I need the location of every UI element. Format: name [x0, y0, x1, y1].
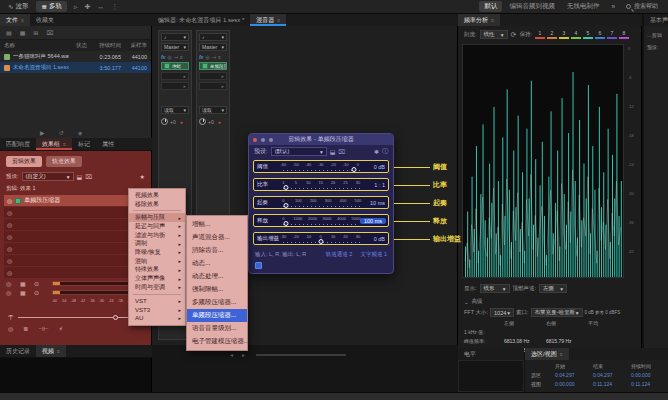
submenu-item-多频段压缩器[interactable]: 多频段压缩器...: [187, 296, 247, 309]
slider-value[interactable]: 0 dB: [362, 236, 388, 242]
save-preset-icon[interactable]: ⬓: [77, 173, 83, 180]
slip-tool-icon[interactable]: ↔: [97, 3, 104, 11]
advanced-chevron-icon[interactable]: ⌄: [464, 299, 469, 305]
slider-value[interactable]: 1 : 1: [362, 182, 388, 188]
strip-empty-slot[interactable]: ▸: [161, 72, 189, 80]
output-dropdown[interactable]: Master▾: [161, 43, 189, 51]
tab-基本声音[interactable]: 基本声音: [644, 14, 668, 26]
power-icon[interactable]: ◎: [7, 233, 12, 240]
workspace-tab-编辑音频到视频[interactable]: 编辑音频到视频: [504, 1, 560, 12]
mix-slider[interactable]: [18, 314, 134, 321]
play-preview-icon[interactable]: ▶: [40, 129, 45, 136]
slider-track[interactable]: 151015202530: [281, 179, 362, 190]
pre-post-icon[interactable]: ⊣: [174, 54, 178, 60]
slider-knob[interactable]: [352, 167, 357, 172]
hold-button-4[interactable]: 4: [571, 30, 581, 39]
panel-menu-icon[interactable]: ≡: [277, 17, 280, 23]
slider-knob[interactable]: [283, 185, 288, 190]
submenu-item-语音音量级别[interactable]: 语音音量级别...: [187, 322, 247, 335]
scroll-right-icon[interactable]: ▸: [242, 351, 245, 358]
hold-button-6[interactable]: 6: [595, 30, 605, 39]
import-file-icon[interactable]: ▤: [6, 29, 12, 36]
automation-dropdown[interactable]: 读取▾: [161, 106, 189, 114]
strip-effect-slot[interactable]: 增幅: [161, 62, 189, 70]
menu-item-VST3[interactable]: VST3▸: [129, 305, 185, 314]
slider-knob[interactable]: [318, 239, 323, 244]
pan-knob[interactable]: [161, 118, 168, 125]
submenu-item-声道混合器[interactable]: 声道混合器...: [187, 231, 247, 244]
tab-电平[interactable]: 电平: [458, 348, 482, 360]
menu-item-视频效果[interactable]: 视频效果: [129, 191, 185, 200]
channel-dropdown[interactable]: 左侧▾: [539, 284, 567, 293]
file-row[interactable]: 未命名混音项目 1.sesx *3:50.17744100: [0, 62, 151, 73]
pill-剪辑效果[interactable]: 剪辑效果: [6, 156, 42, 167]
submenu-item-动态[interactable]: 动态...: [187, 257, 247, 270]
menu-icon[interactable]: ≡: [180, 54, 183, 60]
display-dropdown[interactable]: 线形▾: [480, 284, 510, 293]
menu-item-立体声声像[interactable]: 立体声声像▸: [129, 274, 185, 283]
submenu-item-消除齿音[interactable]: 消除齿音...: [187, 244, 247, 257]
output-dropdown[interactable]: Master▾: [199, 43, 227, 51]
move-tool-icon[interactable]: ▹: [74, 3, 78, 11]
input-dropdown[interactable]: ♪▾: [161, 33, 189, 41]
menu-item-延迟与回声[interactable]: 延迟与回声▸: [129, 222, 185, 231]
menu-item-滤波与均衡[interactable]: 滤波与均衡▸: [129, 231, 185, 240]
footer-link[interactable]: 轨道通道 2: [326, 251, 353, 258]
delete-preset-icon[interactable]: ⌧: [85, 173, 92, 180]
pre-post-icon[interactable]: ⊣⊢: [38, 325, 48, 332]
rack-preset-dropdown[interactable]: (自定义)▾: [22, 172, 74, 181]
tab-属性[interactable]: 属性: [96, 138, 120, 150]
rack-slot-4[interactable]: ◎▸: [4, 231, 147, 242]
rack-slot-6[interactable]: ◎▸: [4, 255, 147, 266]
column-header-持续时间[interactable]: 持续时间: [87, 42, 121, 49]
mode-button-多轨[interactable]: ≣多轨: [36, 1, 66, 12]
menu-item-AU[interactable]: AU▸: [129, 314, 185, 323]
menu-item-时间与变调[interactable]: 时间与变调▸: [129, 283, 185, 292]
automation-dropdown[interactable]: 读取▾: [199, 106, 227, 114]
panel-menu-icon[interactable]: ≡: [57, 348, 60, 354]
rack-slot-5[interactable]: ◎▸: [4, 243, 147, 254]
tab-收藏夹[interactable]: 收藏夹: [30, 14, 60, 26]
input-knob-icon[interactable]: ⊙: [34, 280, 39, 287]
power-icon[interactable]: ◎: [7, 221, 12, 228]
panel-menu-icon[interactable]: ≡: [491, 17, 494, 23]
workspace-tab-默认[interactable]: 默认: [479, 1, 502, 12]
tab-匹配响度[interactable]: 匹配响度: [0, 138, 36, 150]
submenu-item-动态处理[interactable]: 动态处理...: [187, 270, 247, 283]
effect-power-toggle[interactable]: [255, 262, 262, 269]
settings-icon[interactable]: ✱: [374, 148, 379, 155]
submenu-item-电子管建模压缩器[interactable]: 电子管建模压缩器...: [187, 335, 247, 348]
tab-历史记录[interactable]: 历史记录: [0, 345, 36, 357]
menu-item-调制[interactable]: 调制▸: [129, 239, 185, 248]
menu-item-振幅与压限[interactable]: 振幅与压限▸: [129, 213, 185, 222]
power-icon[interactable]: ◎: [7, 257, 12, 264]
slider-value[interactable]: 10 ms: [362, 200, 388, 206]
scale-dropdown[interactable]: 线性▾: [480, 30, 508, 39]
power-icon[interactable]: ◎: [7, 197, 12, 204]
output-gain-icon[interactable]: ◎: [6, 289, 11, 296]
slider-track[interactable]: 010002000300040005000: [281, 215, 360, 226]
power-icon[interactable]: ◎: [7, 209, 12, 216]
hold-button-1[interactable]: 1: [535, 30, 545, 39]
fft-dropdown[interactable]: 1024▾: [490, 308, 514, 317]
razor-tool-icon[interactable]: ✚: [84, 3, 90, 11]
record-arm-icon[interactable]: ●: [180, 119, 183, 125]
hold-button-8[interactable]: 8: [619, 30, 629, 39]
rack-slot-7[interactable]: ◎▸: [4, 267, 147, 278]
tab-效果组[interactable]: 效果组≡: [36, 138, 72, 150]
pill-轨道效果[interactable]: 轨道效果: [46, 156, 82, 167]
submenu-item-增幅[interactable]: 增幅...: [187, 218, 247, 231]
workspace-overflow[interactable]: »: [606, 2, 620, 11]
slider-knob[interactable]: [284, 203, 289, 208]
menu-item-降噪/恢复[interactable]: 降噪/恢复▸: [129, 248, 185, 257]
search-help[interactable]: 搜索帮助: [626, 2, 658, 11]
power-icon[interactable]: ◎: [7, 245, 12, 252]
strip-effect-slot[interactable]: 单频段压缩器: [199, 62, 227, 70]
close-file-icon[interactable]: ⌧: [46, 29, 53, 36]
auto-play-icon[interactable]: ◈: [78, 129, 83, 136]
strip-empty-slot[interactable]: ▸: [199, 72, 227, 80]
preset-dropdown[interactable]: (默认)▾: [271, 147, 327, 156]
mix-knob[interactable]: [113, 315, 118, 320]
new-file-icon[interactable]: ▦: [20, 29, 26, 36]
column-header-名称[interactable]: 名称: [4, 42, 69, 49]
